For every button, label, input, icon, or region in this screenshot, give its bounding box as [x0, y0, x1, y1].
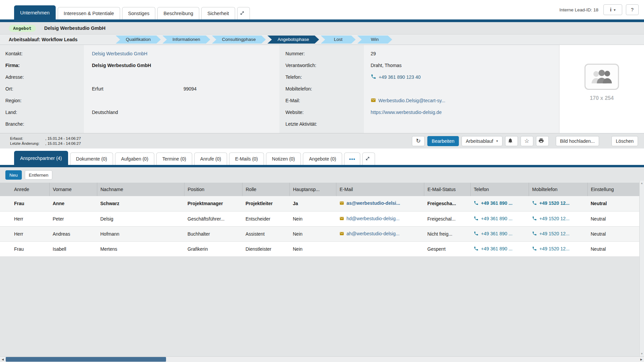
- workflow-bar: Arbeitsablauf: Workflow Leads Qualifikat…: [0, 35, 644, 45]
- upload-image-button[interactable]: Bild hochladen...: [556, 136, 599, 146]
- column-header-einstellung[interactable]: Einstellung: [587, 183, 639, 196]
- cell-telefon[interactable]: +49 361 890 ...: [470, 226, 529, 241]
- cell-anrede: Frau: [0, 196, 49, 211]
- phone-link[interactable]: +49 1520 12...: [539, 231, 570, 236]
- field-value-kontakt[interactable]: Delsig Werbestudio GmbH: [84, 48, 279, 60]
- subtab-label: E-Mails (0): [235, 156, 258, 162]
- phone-link[interactable]: +49 361 890 ...: [481, 231, 513, 236]
- cell-mobil[interactable]: +49 1520 12...: [529, 226, 587, 241]
- contact-row[interactable]: HerrPeterDelsigGeschäftsführer...Entsche…: [0, 211, 639, 226]
- workflow-step-informationen[interactable]: Informationen: [162, 36, 210, 44]
- field-value-land: Deutschland: [84, 107, 279, 118]
- phone-link[interactable]: +49 361 890 ...: [481, 200, 513, 206]
- delete-button[interactable]: Löschen: [611, 136, 638, 146]
- subtab-e-mails-0[interactable]: E-Mails (0): [229, 153, 264, 165]
- field-value-telefon[interactable]: +49 361 890 123 40: [364, 71, 559, 83]
- column-header-position[interactable]: Position: [184, 183, 242, 196]
- phone-link[interactable]: +49 1520 12...: [539, 216, 570, 221]
- subtab-termine-0[interactable]: Termine (0): [156, 153, 192, 165]
- details-right-labels: Nummer:Verantwortlich:Telefon:Mobiltelef…: [279, 45, 364, 133]
- field-label-adresse: Adresse:: [0, 71, 84, 83]
- subtab-aufgaben-0[interactable]: Aufgaben (0): [115, 153, 154, 165]
- phone-icon: [532, 216, 537, 222]
- scroll-right-icon[interactable]: ▶: [639, 357, 644, 362]
- email-link[interactable]: ah@werbestudio-delsig...: [346, 231, 399, 236]
- column-header-haupt[interactable]: Hauptansp...: [289, 183, 336, 196]
- scroll-down-icon[interactable]: ▼: [641, 352, 643, 355]
- cell-vorname: Andreas: [49, 226, 97, 241]
- record-timestamps: Erfasst:, 15.01.24 - 14:06:27 Letzte Änd…: [10, 136, 81, 146]
- subtab-notizen-0[interactable]: Notizen (0): [266, 153, 301, 165]
- phone-link[interactable]: +49 361 890 ...: [481, 246, 513, 251]
- phone-link[interactable]: +49 1520 12...: [539, 246, 570, 251]
- cell-telefon[interactable]: +49 361 890 ...: [470, 241, 529, 256]
- cell-email[interactable]: hd@werbestudio-delsig...: [336, 211, 424, 226]
- field-value-website[interactable]: https://www.werbestudio-delsig.de: [364, 107, 559, 118]
- tab-label: Sicherheit: [207, 11, 229, 16]
- tab-unternehmen[interactable]: Unternehmen: [14, 5, 56, 19]
- cell-mobil[interactable]: +49 1520 12...: [529, 196, 587, 211]
- column-header-email[interactable]: E-Mail: [336, 183, 424, 196]
- field-value-e-mail[interactable]: Werbestudio.Delsig@tecart-sy...: [364, 95, 559, 107]
- tab-sicherheit[interactable]: Sicherheit: [201, 7, 235, 19]
- workflow-step-consultingphase[interactable]: Consultingphase: [212, 36, 266, 44]
- scroll-up-icon[interactable]: ▲: [641, 182, 643, 185]
- print-button[interactable]: [536, 136, 549, 146]
- column-header-rolle[interactable]: Rolle: [242, 183, 289, 196]
- favorite-button[interactable]: ☆: [521, 136, 533, 146]
- remove-button[interactable]: Entfernen: [25, 170, 53, 180]
- info-menu-button[interactable]: i ▾: [603, 4, 622, 15]
- scroll-left-icon[interactable]: ◀: [0, 357, 5, 362]
- subtab-more[interactable]: •••: [344, 153, 360, 165]
- phone-link[interactable]: +49 361 890 ...: [481, 216, 513, 221]
- h-scrollbar-thumb[interactable]: [6, 357, 166, 362]
- cell-anrede: Herr: [0, 226, 49, 241]
- column-header-email_status[interactable]: E-Mail-Status: [424, 183, 470, 196]
- column-header-mobil[interactable]: Mobiltelefon: [529, 183, 587, 196]
- cell-email[interactable]: as@werbestudio-delsi...: [336, 196, 424, 211]
- workflow-dropdown[interactable]: Arbeitsablauf ▾: [462, 136, 502, 146]
- contact-row[interactable]: HerrAndreasHofmannBuchhalterAssistentNei…: [0, 226, 639, 241]
- workflow-step-angebotsphase[interactable]: Angebotsphase: [267, 36, 319, 44]
- vertical-scrollbar[interactable]: ▲ ▼: [639, 181, 644, 356]
- contact-row[interactable]: FrauIsabellMertensGrafikerinDienstleiste…: [0, 241, 639, 256]
- tab-expand[interactable]: [237, 7, 250, 19]
- column-header-nachname[interactable]: Nachname: [97, 183, 184, 196]
- horizontal-scrollbar[interactable]: ◀ ▶: [0, 356, 644, 362]
- column-header-anrede[interactable]: Anrede: [0, 183, 49, 196]
- field-value-nummer: 29: [364, 48, 559, 60]
- email-link[interactable]: as@werbestudio-delsi...: [346, 200, 400, 206]
- subtab-label: Termine (0): [162, 156, 186, 162]
- workflow-step-qualifikation[interactable]: Qualifikation: [116, 36, 161, 44]
- workflow-steps: QualifikationInformationenConsultingphas…: [116, 36, 392, 44]
- cell-email[interactable]: ah@werbestudio-delsig...: [336, 226, 424, 241]
- tab-sonstiges[interactable]: Sonstiges: [122, 7, 156, 19]
- field-label-verantwortlich: Verantwortlich:: [279, 60, 364, 71]
- help-button[interactable]: ?: [626, 4, 639, 15]
- contact-row[interactable]: FrauAnneSchwarzProjektmanagerProjektleit…: [0, 196, 639, 211]
- cell-nachname: Schwarz: [97, 196, 184, 211]
- workflow-step-win[interactable]: Win: [357, 36, 392, 44]
- tab-beschreibung[interactable]: Beschreibung: [157, 7, 199, 19]
- phone-link[interactable]: +49 1520 12...: [539, 200, 570, 206]
- tab-interessen-potentiale[interactable]: Interessen & Potentiale: [58, 7, 120, 19]
- cell-mobil[interactable]: +49 1520 12...: [529, 241, 587, 256]
- subtab-ansprechpartner-4[interactable]: Ansprechpartner (4): [14, 151, 68, 165]
- new-button[interactable]: Neu: [5, 170, 22, 180]
- contact-image-panel[interactable]: 170 x 254: [559, 45, 644, 133]
- edit-button[interactable]: Bearbeiten: [427, 136, 459, 146]
- chevron-down-icon: ▾: [496, 139, 498, 143]
- refresh-button[interactable]: ↻: [412, 136, 425, 146]
- cell-mobil[interactable]: +49 1520 12...: [529, 211, 587, 226]
- subtab-dokumente-0[interactable]: Dokumente (0): [70, 153, 113, 165]
- cell-telefon[interactable]: +49 361 890 ...: [470, 211, 529, 226]
- subtab-angebote-0[interactable]: Angebote (0): [303, 153, 342, 165]
- cell-telefon[interactable]: +49 361 890 ...: [470, 196, 529, 211]
- column-header-telefon[interactable]: Telefon: [470, 183, 529, 196]
- subtab-expand[interactable]: [362, 153, 375, 165]
- workflow-step-lost[interactable]: Lost: [321, 36, 356, 44]
- subtab-anrufe-0[interactable]: Anrufe (0): [194, 153, 227, 165]
- notification-button[interactable]: [505, 136, 518, 146]
- email-link[interactable]: hd@werbestudio-delsig...: [346, 216, 399, 221]
- column-header-vorname[interactable]: Vorname: [49, 183, 97, 196]
